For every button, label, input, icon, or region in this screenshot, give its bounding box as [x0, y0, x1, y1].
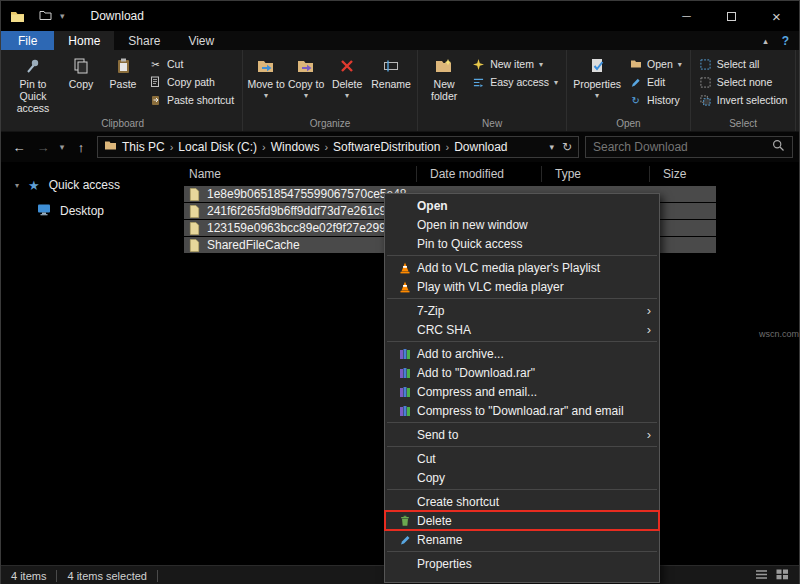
invert-selection-button[interactable]: Invert selection — [694, 91, 793, 109]
breadcrumb[interactable]: This PC › Local Disk (C:) › Windows › So… — [97, 136, 579, 158]
tab-file[interactable]: File — [1, 31, 54, 50]
desktop-label: Desktop — [60, 204, 104, 218]
new-item-label: New item — [490, 58, 534, 70]
tab-home[interactable]: Home — [54, 31, 114, 50]
group-label-organize: Organize — [246, 116, 414, 131]
address-dropdown-chevron-icon[interactable]: ▾ — [549, 142, 554, 152]
refresh-icon[interactable]: ↻ — [562, 140, 572, 154]
ribbon-collapse-icon[interactable]: ▴ — [763, 36, 768, 46]
submenu-arrow-icon: › — [647, 303, 651, 318]
paste-icon — [114, 54, 132, 78]
crumb-download[interactable]: Download — [449, 140, 512, 154]
menu-item-crc-sha[interactable]: CRC SHA › — [385, 320, 659, 339]
select-none-button[interactable]: Select none — [694, 73, 793, 91]
qat-customize-chevron-icon[interactable]: ▾ — [60, 11, 65, 21]
search-input[interactable] — [593, 140, 772, 154]
menu-item-compress-to-download-rar-and-email[interactable]: Compress to "Download.rar" and email — [385, 401, 659, 420]
menu-item-cut[interactable]: Cut — [385, 449, 659, 468]
crumb-this-pc[interactable]: This PC — [117, 140, 170, 154]
easy-access-button[interactable]: Easy access ▾ — [467, 73, 563, 91]
move-to-button[interactable]: Move to ▾ — [246, 50, 286, 100]
menu-item-create-shortcut[interactable]: Create shortcut — [385, 492, 659, 511]
menu-item-play-with-vlc[interactable]: Play with VLC media player — [385, 277, 659, 296]
watermark: wscn.com — [759, 329, 799, 339]
menu-item-7zip[interactable]: 7-Zip › — [385, 301, 659, 320]
new-folder-button[interactable]: New folder — [421, 50, 467, 102]
ribbon-right-controls: ▴ ? — [763, 31, 799, 50]
copy-button[interactable]: Copy — [60, 50, 102, 90]
menu-item-label: Send to — [417, 428, 647, 442]
menu-item-label: 7-Zip — [417, 304, 647, 318]
menu-item-rename[interactable]: Rename — [385, 530, 659, 549]
minimize-button[interactable]: ─ — [664, 1, 709, 31]
column-header-name[interactable]: Name — [176, 166, 416, 182]
history-button[interactable]: ↻ History — [624, 91, 687, 109]
menu-item-add-to-archive[interactable]: Add to archive... — [385, 344, 659, 363]
rename-button[interactable]: Rename — [368, 50, 414, 90]
recent-locations-chevron-icon[interactable]: ▾ — [55, 142, 69, 152]
crumb-local-disk[interactable]: Local Disk (C:) — [173, 140, 262, 154]
search-box[interactable] — [585, 136, 793, 158]
tab-view[interactable]: View — [174, 31, 228, 50]
copy-to-button[interactable]: Copy to ▾ — [286, 50, 326, 100]
paste-button[interactable]: Paste — [102, 50, 144, 90]
menu-item-open-in-new-window[interactable]: Open in new window — [385, 215, 659, 234]
ribbon-group-clipboard: Pin to Quick access Copy Paste ✂ Cut — [3, 50, 243, 131]
edit-button[interactable]: Edit — [624, 73, 687, 91]
quick-access-star-icon: ★ — [28, 178, 40, 193]
selected-count: 4 items selected — [67, 570, 146, 582]
cut-button[interactable]: ✂ Cut — [144, 55, 239, 73]
menu-item-compress-and-email[interactable]: Compress and email... — [385, 382, 659, 401]
menu-item-add-to-vlc-playlist[interactable]: Add to VLC media player's Playlist — [385, 258, 659, 277]
menu-item-delete[interactable]: Delete — [385, 511, 659, 530]
menu-item-copy[interactable]: Copy — [385, 468, 659, 487]
thumbnails-view-icon[interactable] — [776, 569, 789, 582]
search-icon[interactable] — [772, 139, 785, 155]
quick-access-toolbar: ▾ — [39, 7, 65, 25]
crumb-windows[interactable]: Windows — [266, 140, 325, 154]
menu-separator — [387, 551, 657, 552]
menu-item-properties[interactable]: Properties — [385, 554, 659, 573]
sidebar-item-desktop[interactable]: Desktop — [1, 198, 176, 224]
menu-item-open[interactable]: Open — [385, 196, 659, 215]
qat-folder-icon[interactable] — [39, 7, 52, 25]
ribbon-group-organize: Move to ▾ Copy to ▾ Delete ▾ Rename — [243, 50, 418, 131]
details-view-icon[interactable] — [755, 569, 768, 582]
column-header-size[interactable]: Size — [649, 166, 715, 182]
menu-item-send-to[interactable]: Send to › — [385, 425, 659, 444]
menu-item-label: Open in new window — [417, 218, 651, 232]
delete-button[interactable]: Delete ▾ — [326, 50, 368, 100]
column-headers: Name Date modified Type Size — [176, 162, 799, 186]
menu-item-add-to-download-rar[interactable]: Add to "Download.rar" — [385, 363, 659, 382]
status-divider — [56, 570, 57, 582]
forward-button[interactable]: → — [31, 140, 55, 155]
recycle-bin-icon — [393, 515, 417, 527]
paste-shortcut-button[interactable]: Paste shortcut — [144, 91, 239, 109]
delete-chevron-icon: ▾ — [345, 91, 349, 100]
pin-icon — [24, 54, 42, 78]
maximize-button[interactable] — [709, 1, 754, 31]
menu-separator — [387, 298, 657, 299]
crumb-softwaredistribution[interactable]: SoftwareDistribution — [328, 140, 445, 154]
column-header-date-modified[interactable]: Date modified — [416, 166, 541, 182]
new-item-button[interactable]: New item ▾ — [467, 55, 563, 73]
tab-share[interactable]: Share — [114, 31, 174, 50]
open-button[interactable]: Open ▾ — [624, 55, 687, 73]
help-icon[interactable]: ? — [782, 34, 789, 48]
back-button[interactable]: ← — [7, 140, 31, 155]
copy-path-button[interactable]: Copy path — [144, 73, 239, 91]
sidebar-item-quick-access[interactable]: ▾ ★ Quick access — [1, 172, 176, 198]
menu-item-pin-to-quick-access[interactable]: Pin to Quick access — [385, 234, 659, 253]
select-all-icon — [699, 59, 712, 70]
open-icon — [629, 59, 642, 69]
status-divider — [157, 570, 158, 582]
up-button[interactable]: ↑ — [69, 140, 93, 155]
properties-button[interactable]: Properties ▾ — [570, 50, 624, 100]
column-header-type[interactable]: Type — [541, 166, 649, 182]
pin-to-quick-access-button[interactable]: Pin to Quick access — [6, 50, 60, 114]
maximize-icon — [727, 12, 736, 21]
close-button[interactable]: × — [754, 1, 799, 31]
select-all-button[interactable]: Select all — [694, 55, 793, 73]
cut-label: Cut — [167, 58, 183, 70]
expand-chevron-icon[interactable]: ▾ — [1, 181, 19, 190]
